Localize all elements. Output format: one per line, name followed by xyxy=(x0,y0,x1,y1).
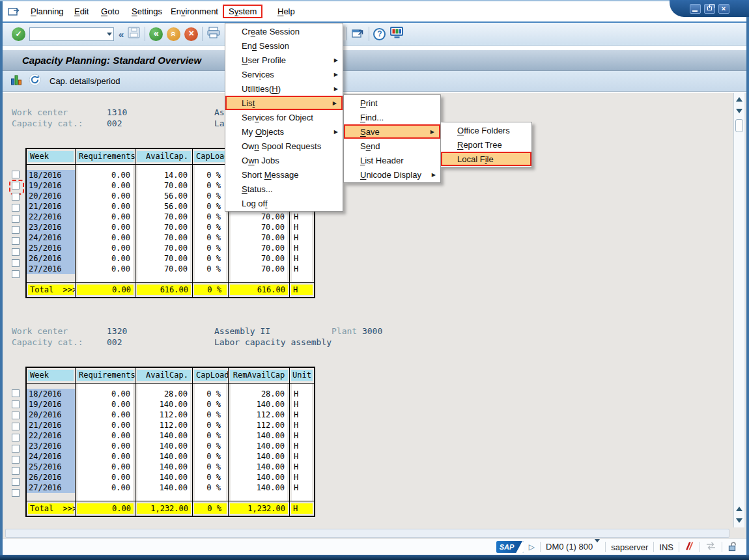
table-cell: 0.00 xyxy=(76,222,135,232)
row-checkbox[interactable] xyxy=(12,215,20,223)
data-transfer-icon[interactable] xyxy=(705,542,716,552)
table-header-cell-week[interactable]: Week xyxy=(27,368,76,383)
menu-item-save[interactable]: Save▶ xyxy=(344,124,440,139)
row-checkbox[interactable] xyxy=(12,171,20,178)
menu-item-user-profile[interactable]: User Profile▶ xyxy=(225,53,343,67)
table-header-cell-availcap[interactable]: AvailCap. xyxy=(135,149,193,164)
menu-item-find[interactable]: Find... xyxy=(344,110,440,124)
new-session-button[interactable] xyxy=(351,27,365,42)
menu-item-services-for-object[interactable]: Services for Object xyxy=(225,110,343,124)
cap-details-period-button[interactable]: Cap. details/period xyxy=(47,76,120,86)
menu-item-own-jobs[interactable]: Own Jobs xyxy=(225,153,343,167)
table-header-cell-unit[interactable]: Unit xyxy=(290,368,314,383)
menubar-item-help[interactable]: Help xyxy=(274,5,298,18)
row-checkbox[interactable] xyxy=(12,237,20,245)
horizontal-scrollbar[interactable] xyxy=(5,529,729,538)
table-header-cell-remavailcap[interactable]: RemAvailCap xyxy=(229,368,290,383)
row-checkbox[interactable] xyxy=(12,445,20,453)
back-button[interactable]: « xyxy=(149,27,163,41)
row-checkbox[interactable] xyxy=(12,226,20,234)
table-header-cell-week[interactable]: Week xyxy=(27,149,76,164)
menu-item-local-file[interactable]: Local File xyxy=(441,152,531,166)
table-cell xyxy=(229,384,290,389)
row-checkbox[interactable] xyxy=(12,248,20,256)
menu-item-create-session[interactable]: Create Session xyxy=(225,24,343,38)
table-header-cell-requirements[interactable]: Requirements xyxy=(76,149,135,164)
table-cell: 28.00 xyxy=(229,389,290,399)
scrollbar-down-button[interactable] xyxy=(734,105,744,117)
table-cell: 21/2016 xyxy=(27,420,76,430)
screen-command-icon[interactable] xyxy=(8,6,21,19)
command-field-dropdown[interactable] xyxy=(104,29,114,40)
menubar-item-planning[interactable]: Planning xyxy=(27,5,67,18)
capacity-grid: WeekRequirementsAvailCap.CapLoadRemAvail… xyxy=(12,367,382,517)
scrollbar-thumb[interactable] xyxy=(735,119,743,132)
menu-item-office-folders[interactable]: Office Folders xyxy=(441,123,531,137)
cancel-button[interactable]: × xyxy=(184,27,198,41)
menubar-item-system[interactable]: System xyxy=(223,5,262,18)
row-checkbox[interactable] xyxy=(12,204,20,212)
table-header-cell-capload[interactable]: CapLoad xyxy=(193,368,229,383)
scrollbar-up-button[interactable] xyxy=(734,93,744,105)
print-button[interactable] xyxy=(206,26,221,42)
layout-button[interactable] xyxy=(389,26,404,42)
table-row: 26/20160.0070.000 %70.00H xyxy=(27,253,314,264)
refresh-button[interactable] xyxy=(29,74,41,89)
scrollbar-down-button-bottom[interactable] xyxy=(734,514,744,526)
row-checkbox[interactable] xyxy=(12,270,20,278)
scrollbar-up-button-bottom[interactable] xyxy=(734,503,744,514)
row-checkbox[interactable] xyxy=(12,489,20,497)
menu-item-status[interactable]: Status... xyxy=(225,182,343,196)
row-checkbox[interactable] xyxy=(12,259,20,267)
menubar-item-settings[interactable]: Settings xyxy=(128,5,165,18)
performance-flag-icon[interactable] xyxy=(685,541,694,553)
menu-item-services[interactable]: Services▶ xyxy=(225,67,343,81)
enter-button[interactable]: ✓ xyxy=(12,27,25,41)
row-checkbox[interactable] xyxy=(12,478,20,486)
collapse-chevron-icon[interactable]: « xyxy=(119,29,124,40)
save-button[interactable] xyxy=(128,27,141,42)
row-checkbox[interactable] xyxy=(12,467,20,475)
table-header-cell-capload[interactable]: CapLoad xyxy=(193,149,229,164)
menubar-item-environment[interactable]: Environment xyxy=(167,5,221,18)
status-expand-icon[interactable]: ▷ xyxy=(529,542,535,552)
menu-item-list[interactable]: List▶ xyxy=(225,96,343,110)
table-header-cell-availcap[interactable]: AvailCap. xyxy=(135,368,193,383)
menu-item-log-off[interactable]: Log off xyxy=(225,196,343,210)
exit-button[interactable]: « xyxy=(167,27,180,41)
menu-item-utilities-h[interactable]: Utilities(H)▶ xyxy=(225,81,343,96)
command-field[interactable] xyxy=(29,27,114,41)
table-cell: 0.00 xyxy=(76,264,135,274)
row-checkbox[interactable] xyxy=(12,434,20,441)
menu-item-report-tree[interactable]: Report Tree xyxy=(441,137,531,152)
menu-item-list-header[interactable]: List Header xyxy=(344,153,440,167)
minimize-button[interactable] xyxy=(690,4,701,14)
menu-item-unicode-display[interactable]: Unicode Display▶ xyxy=(344,167,440,182)
table-header-cell-requirements[interactable]: Requirements xyxy=(76,368,135,383)
chart-view-button[interactable] xyxy=(10,74,23,88)
system-session-field[interactable]: DM0 (1) 800 xyxy=(546,542,600,552)
row-checkbox[interactable] xyxy=(12,389,20,397)
table-cell: 0.00 xyxy=(76,212,135,222)
row-checkbox[interactable] xyxy=(12,400,20,408)
menubar-item-edit[interactable]: Edit xyxy=(71,5,92,18)
restore-button[interactable] xyxy=(704,4,715,14)
row-checkbox[interactable] xyxy=(12,456,20,464)
menu-item-end-session[interactable]: End Session xyxy=(225,38,343,53)
submenu-arrow-icon: ▶ xyxy=(333,100,337,106)
menu-item-short-message[interactable]: Short Message xyxy=(225,167,343,182)
close-button[interactable]: × xyxy=(718,4,729,14)
row-checkbox[interactable] xyxy=(12,193,20,201)
menu-item-my-objects[interactable]: My Objects▶ xyxy=(225,124,343,139)
table-cell xyxy=(193,274,229,282)
menu-item-own-spool-requests[interactable]: Own Spool Requests xyxy=(225,139,343,153)
menubar-item-goto[interactable]: Goto xyxy=(98,5,122,18)
row-checkbox[interactable] xyxy=(12,423,20,430)
help-button[interactable]: ? xyxy=(373,28,386,40)
row-checkbox[interactable] xyxy=(12,412,20,419)
row-checkbox[interactable] xyxy=(12,182,20,189)
menu-item-print[interactable]: Print xyxy=(344,96,440,110)
menu-item-send[interactable]: Send xyxy=(344,139,440,153)
insert-mode-field[interactable]: INS xyxy=(659,542,673,552)
lock-icon[interactable] xyxy=(728,541,737,553)
